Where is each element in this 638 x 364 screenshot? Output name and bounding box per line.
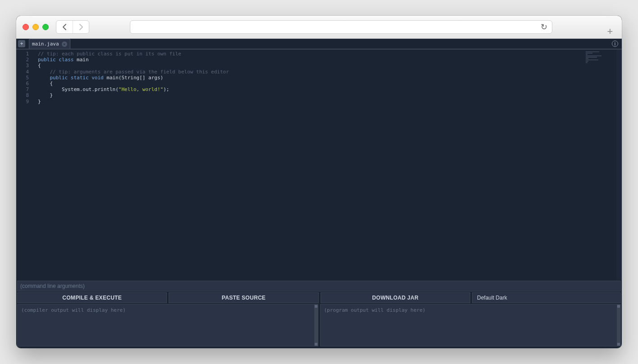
- line-number: 7: [16, 86, 32, 92]
- code-line[interactable]: }: [38, 99, 622, 105]
- command-line-args-field[interactable]: [17, 281, 621, 291]
- code-line[interactable]: System.out.println("Hello, world!");: [38, 86, 622, 92]
- compiler-output-placeholder: (compiler output will display here): [21, 307, 126, 313]
- url-bar[interactable]: ↻: [130, 20, 552, 34]
- add-file-tab-button[interactable]: +: [18, 40, 25, 47]
- compiler-output-box[interactable]: (compiler output will display here): [17, 304, 318, 346]
- program-output-placeholder: (program output will display here): [324, 307, 426, 313]
- line-number-gutter: 123456789: [16, 50, 32, 280]
- editor-scrollbar[interactable]: [616, 50, 622, 280]
- refresh-icon[interactable]: ↻: [541, 23, 547, 31]
- nav-buttons: [56, 20, 89, 34]
- file-tab[interactable]: main.java ✕: [29, 39, 70, 49]
- output-row: (compiler output will display here) (pro…: [16, 304, 622, 348]
- code-editor[interactable]: 123456789 // tip: each public class is p…: [16, 50, 622, 280]
- code-line[interactable]: {: [38, 63, 622, 68]
- code-area[interactable]: // tip: each public class is put in its …: [32, 50, 622, 280]
- minimize-window-button[interactable]: [32, 24, 39, 30]
- code-line[interactable]: // tip: each public class is put in its …: [38, 51, 622, 57]
- close-window-button[interactable]: [23, 24, 29, 30]
- app-tab-bar: + main.java ✕ i: [16, 39, 622, 50]
- code-line[interactable]: }: [38, 92, 622, 98]
- code-line[interactable]: // tip: arguments are passed via the fie…: [38, 69, 622, 75]
- line-number: 9: [16, 99, 32, 105]
- program-output-scrollbar[interactable]: [617, 305, 620, 346]
- action-button-row: COMPILE & EXECUTE PASTE SOURCE DOWNLOAD …: [16, 292, 622, 304]
- line-number: 2: [16, 57, 32, 63]
- line-number: 1: [16, 51, 32, 57]
- info-icon[interactable]: i: [612, 41, 618, 47]
- command-line-args-input[interactable]: [20, 283, 618, 289]
- code-line[interactable]: public static void main(String[] args): [38, 75, 622, 81]
- compiler-output-scrollbar[interactable]: [314, 305, 318, 346]
- code-line[interactable]: public class main: [38, 57, 622, 63]
- line-number: 4: [16, 69, 32, 75]
- line-number: 3: [16, 63, 32, 68]
- maximize-window-button[interactable]: [42, 24, 49, 30]
- line-number: 8: [16, 92, 32, 98]
- browser-chrome: ↻: [16, 16, 622, 39]
- forward-button[interactable]: [73, 21, 89, 33]
- traffic-lights: [23, 24, 49, 30]
- paste-source-button[interactable]: PASTE SOURCE: [169, 292, 318, 303]
- compile-execute-button[interactable]: COMPILE & EXECUTE: [17, 292, 167, 303]
- download-jar-button[interactable]: DOWNLOAD JAR: [321, 292, 470, 303]
- minimap[interactable]: [586, 51, 608, 64]
- program-output-box[interactable]: (program output will display here): [320, 304, 621, 346]
- close-file-tab-icon[interactable]: ✕: [62, 41, 67, 47]
- browser-window: ↻ + + main.java ✕ i 123456789 // tip: ea…: [16, 16, 622, 348]
- line-number: 5: [16, 75, 32, 81]
- file-tab-label: main.java: [32, 41, 59, 47]
- new-browser-tab-button[interactable]: +: [604, 25, 616, 38]
- line-number: 6: [16, 81, 32, 86]
- code-line[interactable]: {: [38, 81, 622, 86]
- back-button[interactable]: [56, 21, 73, 33]
- theme-select[interactable]: Default Dark: [472, 292, 621, 303]
